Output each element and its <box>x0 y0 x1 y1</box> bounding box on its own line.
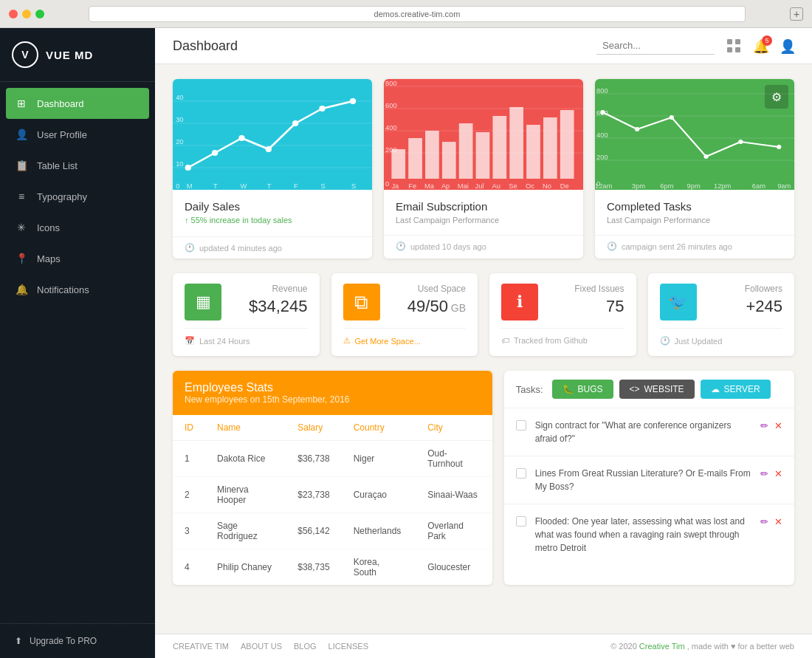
svg-text:Au: Au <box>492 182 500 190</box>
sidebar-item-notifications[interactable]: 🔔 Notifications <box>0 274 155 305</box>
completed-tasks-card: 800 600 400 200 0 12am <box>595 79 794 258</box>
daily-sales-card: 40 30 20 10 0 <box>173 79 372 258</box>
svg-point-71 <box>738 140 743 144</box>
get-more-space-link[interactable]: Get More Space... <box>355 337 421 346</box>
svg-text:12am: 12am <box>595 182 613 190</box>
cell-salary: $38,735 <box>286 549 341 586</box>
header-icons: 🔔 5 👤 <box>726 38 794 53</box>
user-avatar-icon[interactable]: 👤 <box>780 38 794 53</box>
daily-sales-increase: ↑ 55% increase in today sales <box>185 216 360 225</box>
svg-text:Mai: Mai <box>458 182 469 190</box>
typography-icon: ≡ <box>15 190 28 203</box>
svg-text:200: 200 <box>596 154 608 161</box>
sidebar-item-dashboard[interactable]: ⊞ Dashboard <box>6 88 149 119</box>
upgrade-button[interactable]: ⬆ Upgrade To PRO <box>0 623 155 658</box>
svg-point-70 <box>703 154 708 159</box>
fixed-issues-icon: ℹ <box>501 284 538 321</box>
svg-text:6pm: 6pm <box>660 182 674 190</box>
svg-point-16 <box>266 146 272 152</box>
task-delete-icon-3[interactable]: ✕ <box>774 516 782 527</box>
sidebar-item-label: User Profile <box>37 129 87 140</box>
sidebar-item-maps[interactable]: 📍 Maps <box>0 243 155 274</box>
sidebar-item-label: Dashboard <box>37 98 84 109</box>
task-checkbox-1[interactable] <box>516 420 526 431</box>
header: Dashboard 🔔 5 👤 <box>155 28 812 64</box>
svg-point-72 <box>777 145 781 149</box>
cell-country: Korea, South <box>342 549 416 586</box>
sidebar-item-label: Table List <box>37 160 78 171</box>
table-row: 4Philip Chaney$38,735Korea, SouthGlouces… <box>173 549 492 586</box>
svg-rect-0 <box>727 39 732 44</box>
tab-server[interactable]: ☁ SERVER <box>701 380 771 399</box>
logo-icon: V <box>12 41 38 68</box>
sidebar-item-label: Typography <box>37 191 87 202</box>
task-edit-icon-2[interactable]: ✏ <box>760 468 768 479</box>
used-space-info: Used Space 49/50 GB <box>389 284 467 316</box>
footer-copyright: © 2020 Creative Tim , made with ♥ for a … <box>610 642 794 651</box>
updated-icon: 🕐 <box>660 336 670 346</box>
app-name: VUE MD <box>46 49 93 61</box>
tab-website[interactable]: <> WEBSITE <box>619 380 695 399</box>
footer-brand-link[interactable]: Creative Tim <box>639 642 685 651</box>
task-edit-icon-1[interactable]: ✏ <box>760 420 768 431</box>
col-id: ID <box>173 415 205 441</box>
svg-text:800: 800 <box>385 80 397 87</box>
revenue-footer: 📅 Last 24 Hours <box>185 328 308 346</box>
url-bar[interactable]: demos.creative-tim.com <box>89 6 746 22</box>
fixed-issues-top: ℹ Fixed Issues 75 <box>501 284 625 321</box>
svg-rect-41 <box>476 132 490 179</box>
followers-top: 🐦 Followers +245 <box>660 284 783 321</box>
cell-id: 1 <box>173 441 205 477</box>
cell-city: Oud-Turnhout <box>416 441 492 477</box>
employees-title: Employees Stats <box>185 381 481 394</box>
footer-link-creative-tim[interactable]: CREATIVE TIM <box>173 642 229 651</box>
cell-city: Gloucester <box>416 549 492 586</box>
svg-point-68 <box>635 127 639 131</box>
main-content: Dashboard 🔔 5 👤 <box>155 28 812 658</box>
svg-point-19 <box>350 98 356 104</box>
minimize-dot[interactable] <box>22 10 31 18</box>
notifications-bell-icon[interactable]: 🔔 5 <box>753 38 768 53</box>
task-edit-icon-3[interactable]: ✏ <box>760 516 768 527</box>
tasks-header: Tasks: 🐛 BUGS <> WEBSITE ☁ SERVER <box>504 371 794 408</box>
sidebar-item-label: Icons <box>37 222 60 233</box>
email-subscription-title: Email Subscription <box>396 200 571 213</box>
task-text-3: Flooded: One year later, assessing what … <box>535 515 751 555</box>
sidebar-item-icons[interactable]: ✳ Icons <box>0 212 155 243</box>
task-checkbox-3[interactable] <box>516 516 526 527</box>
svg-text:Ma: Ma <box>424 182 435 190</box>
dashboard-icon: ⊞ <box>15 97 28 110</box>
svg-text:Fe: Fe <box>408 182 416 190</box>
close-dot[interactable] <box>9 10 18 18</box>
footer-link-about-us[interactable]: ABOUT US <box>241 642 282 651</box>
svg-text:W: W <box>240 182 247 190</box>
sidebar-item-user-profile[interactable]: 👤 User Profile <box>0 119 155 150</box>
footer-link-licenses[interactable]: LICENSES <box>328 642 368 651</box>
svg-rect-38 <box>425 131 439 179</box>
svg-point-67 <box>600 110 605 114</box>
footer: CREATIVE TIM ABOUT US BLOG LICENSES © 20… <box>155 634 812 658</box>
followers-card: 🐦 Followers +245 🕐 Just Updated <box>648 273 795 356</box>
footer-link-blog[interactable]: BLOG <box>294 642 317 651</box>
browser-traffic-lights <box>9 10 44 18</box>
completed-tasks-title: Completed Tasks <box>607 200 782 213</box>
grid-icon[interactable] <box>726 38 741 53</box>
app-container: V VUE MD ⊞ Dashboard 👤 User Profile 📋 Ta… <box>0 28 812 658</box>
search-input[interactable] <box>596 37 715 55</box>
add-tab-button[interactable]: + <box>790 7 803 21</box>
task-delete-icon-1[interactable]: ✕ <box>774 420 782 431</box>
used-space-top: ⧉ Used Space 49/50 GB <box>343 284 467 321</box>
svg-text:S: S <box>351 182 356 190</box>
cell-name: Philip Chaney <box>205 549 286 586</box>
fixed-issues-value: 75 <box>547 297 625 316</box>
gear-button[interactable]: ⚙ <box>765 85 788 109</box>
maximize-dot[interactable] <box>35 10 44 18</box>
sidebar-item-typography[interactable]: ≡ Typography <box>0 181 155 212</box>
task-checkbox-2[interactable] <box>516 468 526 479</box>
sidebar-item-table-list[interactable]: 📋 Table List <box>0 150 155 181</box>
svg-rect-2 <box>727 47 732 52</box>
sidebar-item-label: Maps <box>37 253 61 264</box>
clock-icon: 🕐 <box>396 241 406 251</box>
tab-bugs[interactable]: 🐛 BUGS <box>552 380 613 399</box>
task-delete-icon-2[interactable]: ✕ <box>774 468 782 479</box>
